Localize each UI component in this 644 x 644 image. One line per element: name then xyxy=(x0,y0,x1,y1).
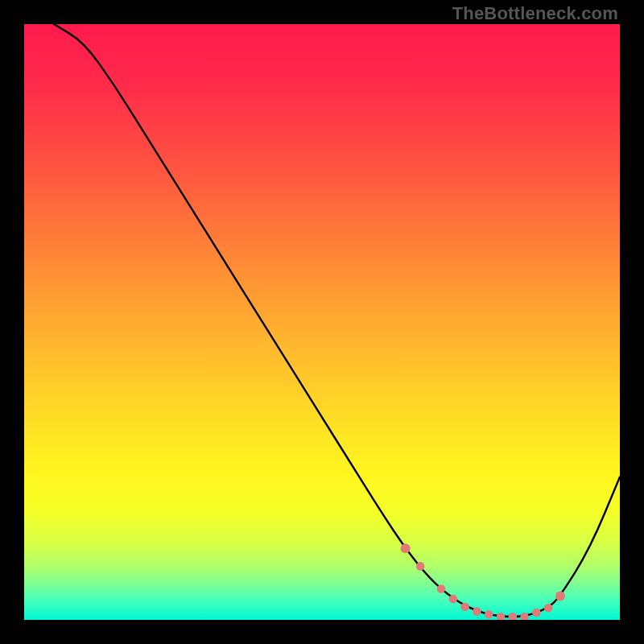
chart-frame: TheBottleneck.com xyxy=(0,0,644,644)
attribution-text: TheBottleneck.com xyxy=(452,3,618,24)
chart-plot-area xyxy=(24,24,620,620)
